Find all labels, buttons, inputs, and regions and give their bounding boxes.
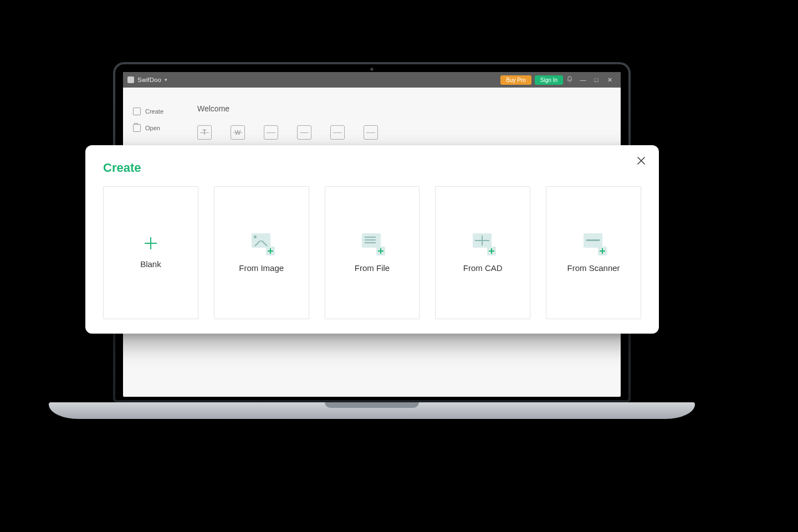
tool-icon[interactable] [364, 125, 378, 140]
cad-plus-icon [469, 233, 496, 253]
document-icon [133, 108, 141, 115]
maximize-button[interactable]: □ [590, 76, 603, 83]
sign-in-button[interactable]: Sign In [535, 75, 563, 85]
app-name: SwifDoo [137, 76, 161, 83]
card-label: Blank [140, 259, 161, 269]
create-card-from-cad[interactable]: From CAD [435, 186, 530, 319]
modal-title: Create [103, 161, 641, 175]
file-plus-icon [359, 233, 385, 253]
tool-icon[interactable] [330, 125, 345, 140]
close-icon [637, 157, 645, 165]
laptop-base [49, 402, 695, 419]
create-modal: Create Blank From Image From File From C… [85, 145, 659, 334]
image-plus-icon [248, 233, 275, 253]
close-modal-button[interactable] [635, 154, 648, 167]
tool-icon[interactable] [297, 125, 311, 140]
welcome-heading: Welcome [197, 104, 621, 113]
titlebar: SwifDoo ▾ Buy Pro Sign In — □ ✕ [123, 72, 621, 88]
card-label: From CAD [463, 263, 503, 273]
create-card-blank[interactable]: Blank [103, 186, 198, 319]
tool-word-icon[interactable] [231, 125, 245, 140]
laptop-notch [325, 402, 419, 408]
card-label: From Image [239, 263, 284, 273]
card-label: From Scanner [567, 263, 620, 273]
buy-pro-button[interactable]: Buy Pro [500, 75, 531, 85]
card-label: From File [355, 263, 390, 273]
sidebar-item-create[interactable]: Create [133, 108, 184, 115]
chevron-down-icon[interactable]: ▾ [165, 77, 167, 83]
tool-icon[interactable] [264, 125, 278, 140]
create-card-from-scanner[interactable]: From Scanner [546, 186, 641, 319]
plus-icon [145, 237, 157, 249]
sidebar-item-label: Open [145, 125, 160, 131]
app-logo-icon [127, 76, 134, 83]
bell-icon[interactable] [563, 76, 576, 84]
create-card-from-image[interactable]: From Image [214, 186, 309, 319]
minimize-button[interactable]: — [576, 76, 590, 83]
create-cards: Blank From Image From File From CAD From [103, 186, 641, 319]
close-window-button[interactable]: ✕ [603, 76, 616, 84]
sidebar-item-label: Create [145, 108, 163, 115]
tool-text-icon[interactable] [197, 125, 212, 140]
camera-icon [370, 68, 374, 71]
folder-icon [133, 124, 141, 132]
create-card-from-file[interactable]: From File [325, 186, 420, 319]
toolbar [197, 125, 621, 140]
sidebar-item-open[interactable]: Open [133, 124, 184, 132]
scanner-plus-icon [580, 233, 607, 253]
